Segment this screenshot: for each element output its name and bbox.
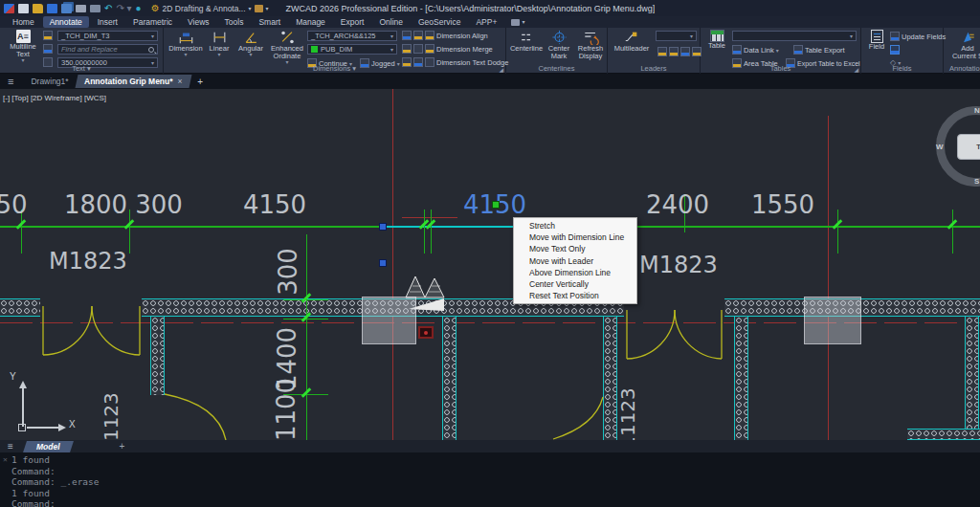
- doc-tab-drawing1[interactable]: Drawing1*: [23, 75, 76, 88]
- multiline-text-button[interactable]: A≡ Multiline Text ▾: [6, 30, 40, 63]
- add-current-scale-button[interactable]: Add Current S: [951, 30, 980, 60]
- menu-item-above-dimension-line[interactable]: Above Dimension Line: [514, 267, 636, 278]
- dim-grip-blue-1[interactable]: [379, 223, 387, 231]
- leader-align-icon[interactable]: [680, 47, 690, 56]
- text-grip-green[interactable]: [492, 201, 500, 209]
- field-edit-icon[interactable]: [890, 45, 900, 55]
- save-icon[interactable]: [47, 4, 57, 13]
- tab-annotate[interactable]: Annotate: [43, 16, 89, 28]
- tab-manage[interactable]: Manage: [289, 16, 332, 28]
- workspace-switcher[interactable]: ⚙ 2D Drafting & Annota... ▾ ▾: [151, 4, 269, 13]
- menu-item-move-with-dimension-line[interactable]: Move with Dimension Line: [514, 231, 636, 243]
- refresh-display-button[interactable]: Refresh Display: [575, 30, 606, 60]
- menu-item-reset-text-position[interactable]: Reset Text Position: [514, 290, 636, 301]
- dim-layer-combo[interactable]: PUB_DIM ▾: [307, 44, 397, 55]
- viewcube-south[interactable]: S: [974, 177, 979, 186]
- menu-item-move-text-only[interactable]: Move Text Only: [514, 243, 636, 254]
- model-tab[interactable]: Model: [23, 441, 73, 452]
- menu-item-center-vertically[interactable]: Center Vertically: [514, 278, 636, 290]
- selected-column-2[interactable]: [804, 297, 861, 344]
- multileader-style-combo[interactable]: ▾: [656, 31, 697, 41]
- new-drawing-tab-button[interactable]: +: [197, 77, 203, 87]
- find-replace-input[interactable]: [61, 45, 138, 54]
- app-logo-icon[interactable]: [4, 4, 14, 13]
- viewcube-top-face[interactable]: TOP: [957, 134, 980, 160]
- redo-icon[interactable]: ↷ ▾: [116, 4, 131, 13]
- data-link-button[interactable]: Data Link ▾: [732, 45, 779, 55]
- new-layout-button[interactable]: +: [119, 441, 124, 452]
- center-mark-button[interactable]: Center Mark: [545, 30, 573, 60]
- dimension-align-button[interactable]: Dimension Align: [402, 31, 488, 40]
- panel-label-annotation[interactable]: Annotatio: [944, 64, 980, 73]
- command-prompt-line[interactable]: Command:: [11, 498, 980, 507]
- minimize-ribbon-icon[interactable]: ▾: [266, 4, 269, 13]
- menu-item-move-with-leader[interactable]: Move with Leader: [514, 255, 636, 267]
- dim-grip-blue-2[interactable]: [379, 259, 387, 267]
- panel-label-tables[interactable]: Tables: [701, 64, 860, 73]
- viewcube-north[interactable]: N: [974, 106, 980, 115]
- menu-item-stretch[interactable]: Stretch: [514, 220, 636, 231]
- table-button[interactable]: Table: [703, 30, 730, 50]
- layout-menu-icon[interactable]: ≡: [8, 441, 13, 452]
- ribbon-style-dropdown[interactable]: ▾: [511, 17, 524, 27]
- save-all-icon[interactable]: [61, 4, 72, 13]
- tab-views[interactable]: Views: [181, 16, 216, 28]
- viewcube-west[interactable]: W: [936, 143, 944, 151]
- panel-label-leaders[interactable]: Leaders: [608, 64, 700, 73]
- tables-dialog-launcher-icon[interactable]: ◢: [854, 66, 858, 73]
- open-folder-icon[interactable]: [33, 4, 43, 13]
- text-style-combo[interactable]: _TCH_DIM_T3 ▾: [57, 31, 158, 41]
- dim-style-combo[interactable]: _TCH_ARCH&&125 ▾: [307, 31, 397, 41]
- tab-geoservice[interactable]: GeoService: [412, 16, 467, 28]
- field-button[interactable]: Field: [865, 30, 888, 51]
- panel-dimensions: Dimension ▾ Linear ▾ Angular ▾: [164, 28, 506, 74]
- close-icon[interactable]: ×: [177, 77, 182, 86]
- dimension-merge-button[interactable]: Dimension Merge: [402, 44, 493, 54]
- tab-tools[interactable]: Tools: [218, 16, 251, 28]
- tab-parametric[interactable]: Parametric: [126, 16, 179, 28]
- angular-button[interactable]: Angular ▾: [235, 30, 266, 57]
- update-fields-button[interactable]: Update Fields: [890, 32, 946, 41]
- panel-label-text[interactable]: Text ▾: [0, 64, 163, 73]
- ucs-y-axis: [22, 387, 24, 427]
- panel-label-fields[interactable]: Fields: [861, 64, 943, 73]
- find-replace-box[interactable]: [57, 44, 158, 55]
- linear-button[interactable]: Linear ▾: [205, 30, 234, 57]
- preview-icon[interactable]: [90, 5, 100, 12]
- table-export-button[interactable]: Table Export: [793, 45, 845, 55]
- dimension-button[interactable]: Dimension ▾: [168, 30, 203, 57]
- cursor-dot-icon[interactable]: ●: [136, 4, 142, 13]
- search-icon[interactable]: [148, 47, 154, 53]
- panel-centerlines: Centerline Center Mark Refresh Display: [506, 28, 608, 74]
- panel-label-centerlines[interactable]: Centerlines: [506, 64, 607, 73]
- doc-tab-annotation-grip-menu[interactable]: Annotation Grip Menu*×: [75, 75, 190, 88]
- table-style-combo[interactable]: ▾: [732, 31, 857, 41]
- command-line-panel[interactable]: ✕ 1 found Command: Command: _.erase 1 fo…: [0, 452, 980, 507]
- panel-label-dimensions[interactable]: Dimensions ▾: [164, 64, 505, 73]
- tab-home[interactable]: Home: [6, 16, 41, 28]
- text-list-icon[interactable]: [43, 44, 53, 54]
- tab-app-plus[interactable]: APP+: [469, 16, 503, 28]
- leader-add-icon[interactable]: [657, 47, 667, 56]
- undo-icon[interactable]: ↶: [104, 4, 112, 13]
- tab-insert[interactable]: Insert: [91, 16, 124, 28]
- tab-online[interactable]: Online: [372, 16, 410, 28]
- viewcube[interactable]: N W S TOP: [936, 106, 980, 192]
- tab-smart[interactable]: Smart: [252, 16, 287, 28]
- drawing-canvas[interactable]: [-] [Top] [2D Wireframe] [WCS] 50 1800 3…: [0, 89, 980, 440]
- workspace-image-icon[interactable]: [255, 5, 263, 12]
- tab-export[interactable]: Export: [334, 16, 371, 28]
- plot-icon[interactable]: [76, 5, 86, 12]
- text-style-icon[interactable]: [43, 31, 53, 40]
- multileader-button[interactable]: Multileader: [610, 30, 654, 53]
- block-marker-dot: [424, 331, 428, 335]
- close-command-icon[interactable]: ✕: [3, 455, 8, 464]
- leader-remove-icon[interactable]: [669, 47, 679, 56]
- enhanced-ordinate-button[interactable]: Enhanced Ordinate ▾: [268, 30, 306, 65]
- panel-tables: Table ▾ Data Link ▾ Table Export Area Ta…: [701, 28, 861, 74]
- centerline-button[interactable]: Centerline: [510, 30, 543, 53]
- new-file-icon[interactable]: [18, 4, 29, 13]
- selected-column-1[interactable]: [362, 297, 416, 344]
- dimensions-dialog-launcher-icon[interactable]: ◢: [499, 66, 503, 73]
- doc-menu-icon[interactable]: ≡: [8, 76, 13, 87]
